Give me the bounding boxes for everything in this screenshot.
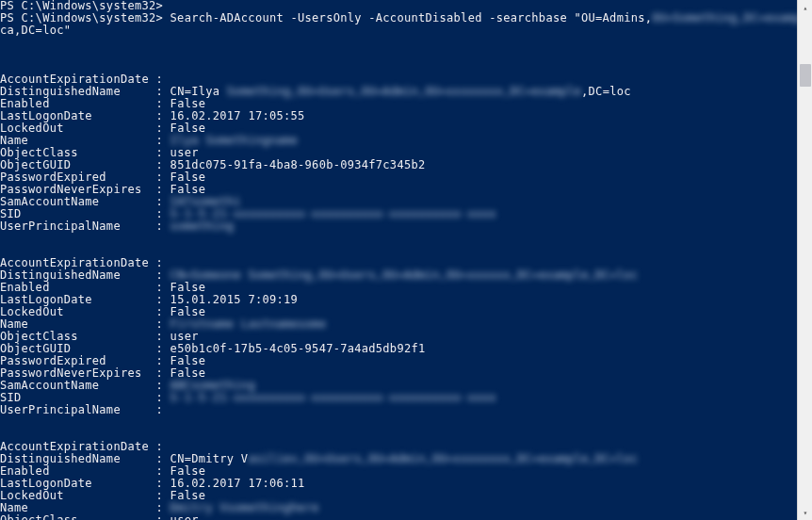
label-enabled: Enabled <box>0 97 50 110</box>
blank-line <box>0 49 797 61</box>
label-lastlogondate: LastLogonDate <box>0 477 92 490</box>
value-dn-suffix: ,DC=loc <box>581 85 631 98</box>
redacted-text: ABCsomething <box>171 379 255 392</box>
value-passwordexpired: False <box>171 354 206 367</box>
value-objectclass: user <box>171 513 199 520</box>
redacted-text: S-1-5-21-xxxxxxxxxx-xxxxxxxxxx-xxxxxxxxx… <box>171 391 496 404</box>
value-passwordexpired: False <box>171 171 206 184</box>
label-enabled: Enabled <box>0 281 50 294</box>
redacted-text: CN=Someone Something,OU=Users,OU=Admin,O… <box>171 268 639 282</box>
value-objectguid: 851dc075-91fa-4ba8-960b-0934f7c345b2 <box>171 158 426 171</box>
label-distinguishedname: DistinguishedName <box>0 452 121 465</box>
redacted-text: Ilya Somethingname <box>171 134 298 147</box>
powershell-console[interactable]: PS C:\Windows\system32> PS C:\Windows\sy… <box>0 0 797 520</box>
value-passwordneverexpires: False <box>171 366 206 380</box>
redacted-text: something <box>171 219 235 233</box>
redacted-text: S-1-5-21-xxxxxxxxxx-xxxxxxxxxx-xxxxxxxxx… <box>171 207 496 220</box>
vertical-scrollbar[interactable]: ▴ ▾ <box>797 0 812 520</box>
label-lockedout: LockedOut <box>0 305 64 318</box>
record-block: AccountExpirationDate : DistinguishedNam… <box>0 441 797 520</box>
scroll-thumb[interactable] <box>800 64 811 87</box>
value-enabled: False <box>171 281 206 294</box>
value-objectclass: user <box>171 330 199 343</box>
label-samaccountname: SamAccountName <box>0 379 99 392</box>
label-enabled: Enabled <box>0 464 50 478</box>
label-passwordneverexpires: PasswordNeverExpires <box>0 183 142 196</box>
label-distinguishedname: DistinguishedName <box>0 268 121 282</box>
label-sid: SID <box>0 391 22 404</box>
label-distinguishedname: DistinguishedName <box>0 85 121 98</box>
value-objectguid: e50b1c0f-17b5-4c05-9547-7a4ad5db92f1 <box>171 342 426 355</box>
label-passwordexpired: PasswordExpired <box>0 354 106 367</box>
value-passwordneverexpires: False <box>171 183 206 196</box>
label-userprincipalname: UserPrincipalName <box>0 403 121 416</box>
label-objectguid: ObjectGUID <box>0 342 71 355</box>
label-userprincipalname: UserPrincipalName <box>0 219 121 233</box>
label-accountexpirationdate: AccountExpirationDate <box>0 440 149 453</box>
prompt-command: Search-ADAccount -UsersOnly -AccountDisa… <box>171 11 653 24</box>
redacted-text: Something,OU=Users,OU=Admin,OU=xxxxxxxx,… <box>227 85 581 98</box>
label-objectguid: ObjectGUID <box>0 158 71 171</box>
record-block: AccountExpirationDate : DistinguishedNam… <box>0 73 797 233</box>
label-name: Name <box>0 134 28 147</box>
label-samaccountname: SamAccountName <box>0 195 99 208</box>
scroll-down-arrow-icon[interactable]: ▾ <box>798 505 812 520</box>
label-accountexpirationdate: AccountExpirationDate <box>0 73 149 86</box>
label-name: Name <box>0 317 28 331</box>
scroll-track[interactable] <box>798 15 812 505</box>
value-dn-prefix: CN=Dmitry V <box>171 452 249 465</box>
value-enabled: False <box>171 97 206 110</box>
value-lastlogondate: 16.02.2017 17:06:11 <box>171 477 305 490</box>
label-lockedout: LockedOut <box>0 122 64 135</box>
redacted-text: Dmitry Vsomethinghere <box>171 501 319 514</box>
redacted-text: IATsomethi <box>171 195 241 208</box>
value-dn-prefix: CN=Ilya <box>171 85 220 98</box>
redacted-text: OU=Something,DC=example <box>652 11 797 24</box>
label-accountexpirationdate: AccountExpirationDate <box>0 256 149 269</box>
value-lockedout: False <box>171 305 206 318</box>
label-passwordneverexpires: PasswordNeverExpires <box>0 366 142 380</box>
label-objectclass: ObjectClass <box>0 513 78 520</box>
label-lockedout: LockedOut <box>0 489 64 502</box>
value-lockedout: False <box>171 122 206 135</box>
prompt-line-2: ca,DC=loc" <box>0 24 797 37</box>
label-passwordexpired: PasswordExpired <box>0 171 106 184</box>
prompt-prefix: PS C:\Windows\system32> <box>0 11 171 24</box>
label-lastlogondate: LastLogonDate <box>0 109 92 122</box>
value-enabled: False <box>171 464 206 478</box>
label-objectclass: ObjectClass <box>0 146 78 159</box>
label-objectclass: ObjectClass <box>0 330 78 343</box>
value-lockedout: False <box>171 489 206 502</box>
record-block: AccountExpirationDate : DistinguishedNam… <box>0 257 797 416</box>
value-lastlogondate: 16.02.2017 17:05:55 <box>171 109 305 122</box>
value-lastlogondate: 15.01.2015 7:09:19 <box>171 293 298 306</box>
scroll-up-arrow-icon[interactable]: ▴ <box>798 0 812 15</box>
label-lastlogondate: LastLogonDate <box>0 293 92 306</box>
prompt-continuation: ca,DC=loc" <box>0 24 71 37</box>
redacted-text: asiliev,OU=Users,OU=Admin,OU=xxxxxxxx,DC… <box>248 452 638 465</box>
redacted-text: Firstname Lastnamesome <box>171 317 327 331</box>
prompt-line-1: PS C:\Windows\system32> Search-ADAccount… <box>0 12 797 24</box>
label-name: Name <box>0 501 28 514</box>
value-objectclass: user <box>171 146 199 159</box>
label-sid: SID <box>0 207 22 220</box>
